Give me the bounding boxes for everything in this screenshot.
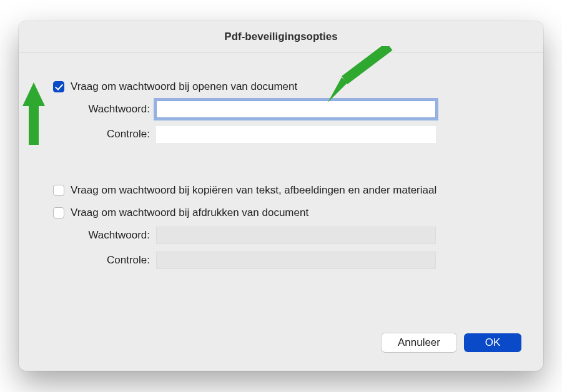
open-password-row: Wachtwoord:	[53, 100, 509, 119]
dialog-title: Pdf-beveiligingsopties	[224, 31, 337, 43]
require-open-row: Vraag om wachtwoord bij openen van docum…	[53, 77, 509, 96]
open-password-input[interactable]	[156, 100, 436, 118]
require-print-checkbox[interactable]	[53, 207, 64, 218]
svg-marker-2	[22, 82, 45, 106]
perm-verify-input	[156, 252, 436, 269]
dialog-buttons: Annuleer OK	[382, 333, 521, 352]
svg-rect-3	[29, 101, 39, 145]
open-password-label: Wachtwoord:	[53, 103, 156, 115]
require-copy-row: Vraag om wachtwoord bij kopiëren van tek…	[53, 181, 509, 200]
open-password-group: Vraag om wachtwoord bij openen van docum…	[53, 77, 509, 144]
open-verify-row: Controle:	[53, 125, 509, 144]
annotation-arrow-up-icon	[15, 82, 52, 145]
pdf-security-dialog: Pdf-beveiligingsopties Vraag om wachtwoo…	[19, 21, 543, 371]
require-copy-label: Vraag om wachtwoord bij kopiëren van tek…	[71, 184, 436, 197]
open-verify-input[interactable]	[156, 125, 436, 143]
perm-password-input	[156, 227, 436, 244]
perm-verify-row: Controle:	[53, 251, 509, 270]
cancel-button[interactable]: Annuleer	[382, 333, 456, 352]
dialog-titlebar: Pdf-beveiligingsopties	[19, 21, 543, 52]
perm-verify-label: Controle:	[53, 254, 156, 267]
require-open-checkbox[interactable]	[53, 81, 64, 92]
ok-button[interactable]: OK	[464, 333, 521, 352]
perm-password-label: Wachtwoord:	[53, 229, 156, 242]
require-print-label: Vraag om wachtwoord bij afdrukken van do…	[71, 207, 308, 219]
require-copy-checkbox[interactable]	[53, 185, 64, 196]
open-verify-label: Controle:	[53, 128, 156, 140]
perm-password-row: Wachtwoord:	[53, 226, 509, 245]
require-open-label: Vraag om wachtwoord bij openen van docum…	[71, 81, 297, 93]
require-print-row: Vraag om wachtwoord bij afdrukken van do…	[53, 203, 509, 222]
dialog-content: Vraag om wachtwoord bij openen van docum…	[19, 52, 543, 270]
permissions-group: Vraag om wachtwoord bij kopiëren van tek…	[53, 181, 509, 270]
